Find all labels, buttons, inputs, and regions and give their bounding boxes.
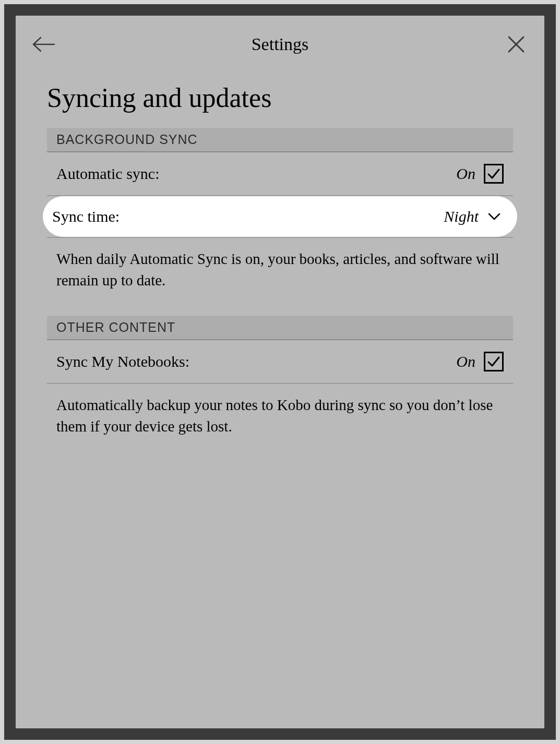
content-area: Syncing and updates BACKGROUND SYNC Auto… <box>16 82 544 462</box>
sync-notebooks-checkbox[interactable] <box>484 352 504 371</box>
sync-time-value: Night <box>444 208 479 225</box>
sync-notebooks-value-group: On <box>456 352 504 371</box>
chevron-down-icon <box>488 213 501 220</box>
sync-notebooks-label: Sync My Notebooks: <box>56 353 189 370</box>
header: Settings <box>16 16 544 73</box>
sync-notebooks-value: On <box>456 353 475 370</box>
sync-time-wrapper: Sync time: Night <box>47 196 513 238</box>
checkmark-icon <box>486 354 501 369</box>
sync-notebooks-row[interactable]: Sync My Notebooks: On <box>47 340 513 384</box>
section-header-background-sync: BACKGROUND SYNC <box>47 128 513 152</box>
section-header-other-content: OTHER CONTENT <box>47 316 513 340</box>
automatic-sync-checkbox[interactable] <box>484 164 504 184</box>
app-frame: Settings Syncing and updates BACKGROUND … <box>4 4 556 740</box>
other-content-description: Automatically backup your notes to Kobo … <box>47 384 513 462</box>
sync-time-dropdown[interactable] <box>487 209 502 224</box>
automatic-sync-label: Automatic sync: <box>56 165 159 183</box>
automatic-sync-value-group: On <box>456 164 504 184</box>
automatic-sync-row[interactable]: Automatic sync: On <box>47 152 513 196</box>
page-title: Syncing and updates <box>47 82 513 113</box>
background-sync-description: When daily Automatic Sync is on, your bo… <box>47 238 513 316</box>
back-arrow-icon <box>32 37 55 52</box>
sync-time-label: Sync time: <box>52 208 120 225</box>
checkmark-icon <box>486 166 501 181</box>
close-icon <box>507 35 526 54</box>
sync-time-row[interactable]: Sync time: Night <box>43 196 517 237</box>
sync-time-value-group: Night <box>444 208 502 225</box>
automatic-sync-value: On <box>456 165 475 183</box>
header-title: Settings <box>55 34 505 54</box>
back-button[interactable] <box>32 33 55 56</box>
close-button[interactable] <box>505 33 528 56</box>
